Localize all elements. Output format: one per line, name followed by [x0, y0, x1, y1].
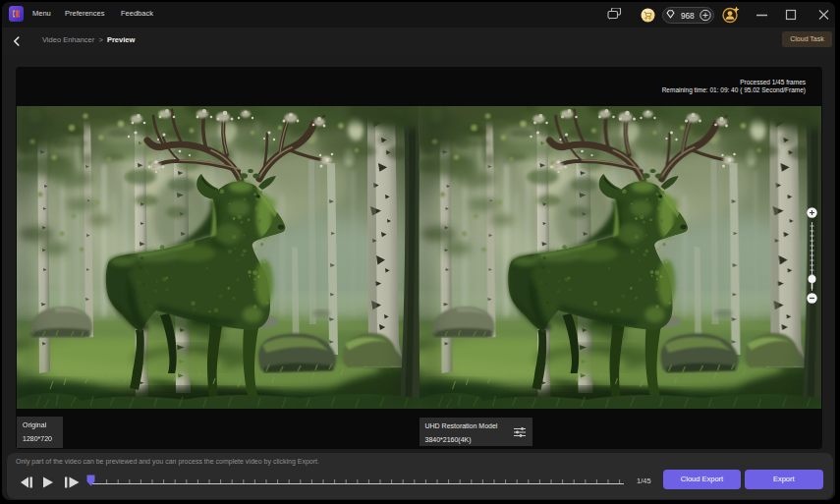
svg-text:968: 968: [681, 11, 695, 20]
